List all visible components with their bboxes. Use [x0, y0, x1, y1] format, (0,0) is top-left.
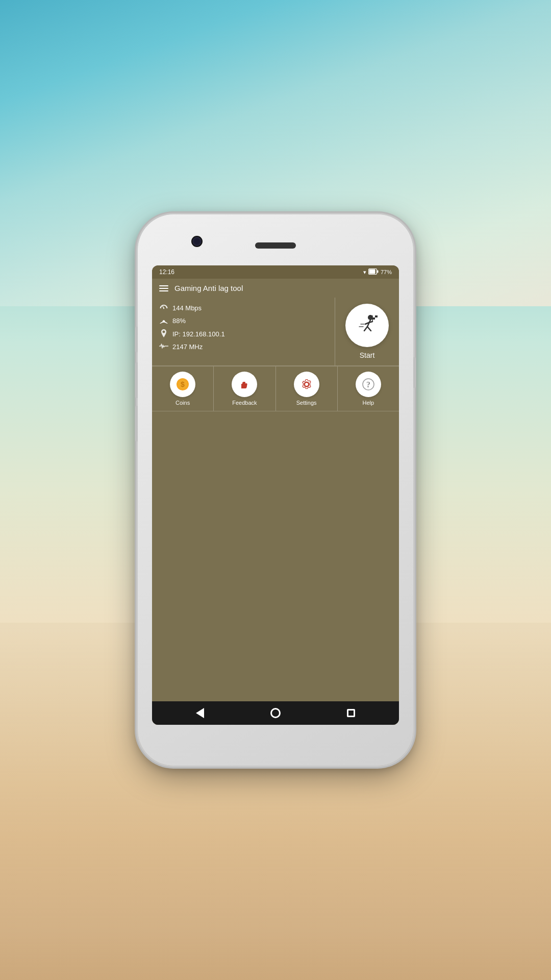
start-label: Start [360, 351, 375, 359]
freq-stat-row: 2147 MHz [159, 343, 328, 351]
home-icon [270, 708, 281, 718]
freq-value: 2147 MHz [172, 343, 203, 351]
svg-line-7 [364, 327, 367, 331]
settings-icon-circle [294, 372, 319, 397]
nav-bar [152, 701, 399, 725]
svg-rect-1 [377, 271, 379, 273]
stats-panel: 144 Mbps 88% [152, 298, 399, 366]
svg-rect-2 [369, 270, 375, 274]
main-content: 144 Mbps 88% [152, 298, 399, 725]
power-button[interactable] [413, 357, 416, 388]
silent-switch[interactable] [135, 406, 138, 442]
battery-percent: 77% [381, 269, 392, 275]
svg-text:?: ? [366, 380, 370, 389]
help-icon-circle: ? [356, 372, 381, 397]
status-time: 12:16 [159, 268, 174, 276]
recents-button[interactable] [343, 705, 359, 721]
coins-icon-circle: $ [170, 372, 195, 397]
status-bar: 12:16 ▾ 77% [152, 265, 399, 279]
svg-text:$: $ [181, 380, 185, 388]
signal-value: 88% [172, 317, 186, 325]
back-icon [196, 708, 204, 718]
freq-icon [159, 343, 168, 351]
app-bar: Gaming Anti lag tool [152, 279, 399, 298]
back-button[interactable] [192, 705, 208, 721]
start-button[interactable] [345, 304, 389, 347]
speed-stat-row: 144 Mbps [159, 304, 328, 312]
front-camera [191, 236, 203, 247]
home-nav-button[interactable] [268, 705, 283, 721]
ip-stat-row: IP: 192.168.100.1 [159, 329, 328, 339]
location-icon [159, 329, 168, 339]
actions-row: $ Coins Feedback [152, 366, 399, 411]
speed-icon [159, 304, 168, 312]
volume-up-button[interactable] [135, 327, 138, 352]
earpiece [255, 242, 296, 249]
signal-icon [159, 316, 168, 325]
content-area [152, 411, 399, 701]
phone-screen: 12:16 ▾ 77% Gaming Anti lag [152, 265, 399, 725]
battery-icon [368, 268, 379, 276]
hamburger-line-3 [159, 290, 168, 291]
signal-stat-row: 88% [159, 316, 328, 325]
hamburger-line-2 [159, 288, 168, 289]
phone-wrapper: 12:16 ▾ 77% Gaming Anti lag [138, 214, 413, 766]
wifi-icon: ▾ [363, 269, 366, 276]
svg-rect-15 [375, 317, 378, 320]
stats-left: 144 Mbps 88% [152, 298, 335, 365]
ip-value: IP: 192.168.100.1 [172, 330, 225, 338]
recents-icon [347, 709, 355, 717]
status-icons: ▾ 77% [363, 268, 392, 276]
volume-down-button[interactable] [135, 362, 138, 398]
menu-button[interactable] [159, 285, 168, 291]
feedback-button[interactable]: Feedback [214, 366, 276, 411]
coins-label: Coins [176, 400, 190, 406]
start-area: Start [335, 298, 399, 365]
settings-button[interactable]: Settings [276, 366, 338, 411]
svg-line-8 [367, 327, 371, 331]
help-label: Help [363, 400, 374, 406]
feedback-icon-circle [232, 372, 257, 397]
feedback-label: Feedback [232, 400, 257, 406]
app-title: Gaming Anti lag tool [174, 284, 243, 292]
svg-point-3 [163, 308, 164, 309]
settings-label: Settings [296, 400, 317, 406]
hamburger-line-1 [159, 285, 168, 286]
coins-button[interactable]: $ Coins [152, 366, 214, 411]
speed-value: 144 Mbps [172, 304, 202, 312]
help-button[interactable]: ? Help [338, 366, 399, 411]
